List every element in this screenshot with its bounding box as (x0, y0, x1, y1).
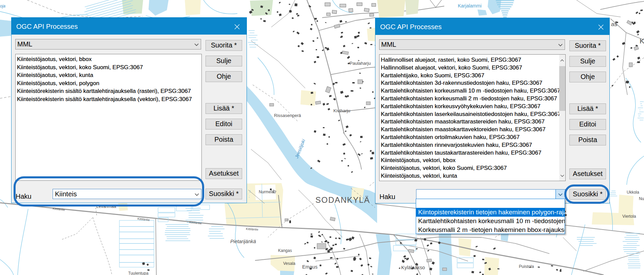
svg-text:Paulaharju: Paulaharju (350, 61, 371, 66)
svg-text:Kittiläntie: Kittiläntie (246, 227, 258, 231)
svg-text:Puistola: Puistola (519, 264, 534, 269)
svg-text:Kylälaakso: Kylälaakso (401, 265, 425, 270)
svg-text:Rissasenperä: Rissasenperä (274, 113, 301, 118)
svg-text:Emaus: Emaus (302, 264, 317, 270)
svg-text:Viertola: Viertola (622, 214, 636, 219)
svg-text:Nurmela: Nurmela (259, 190, 274, 194)
svg-text:Kangas: Kangas (278, 248, 292, 253)
svg-text:Nuj: Nuj (639, 196, 644, 201)
svg-text:Karjalammi: Karjalammi (458, 3, 482, 8)
svg-text:SODANKYLÄ: SODANKYLÄ (315, 195, 370, 204)
svg-text:Vesala: Vesala (283, 261, 295, 266)
svg-text:Ukkola: Ukkola (627, 190, 639, 195)
svg-text:Pietarijänkä: Pietarijänkä (230, 239, 256, 244)
svg-text:Kiviharju: Kiviharju (333, 108, 350, 113)
svg-text:oja: oja (0, 4, 5, 8)
svg-text:Tuulentupa: Tuulentupa (128, 271, 149, 275)
svg-text:K: K (640, 37, 644, 45)
svg-text:as: as (611, 21, 617, 27)
